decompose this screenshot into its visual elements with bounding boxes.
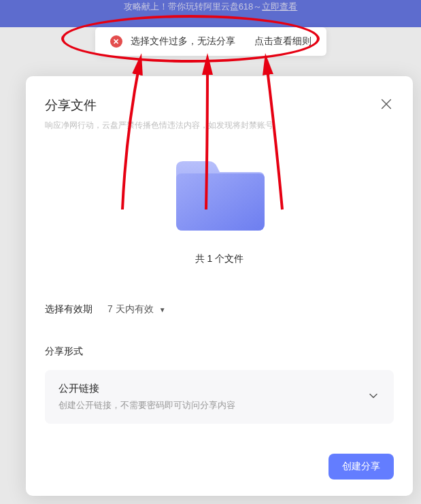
share-dialog: 分享文件 响应净网行动，云盘严禁传播色情违法内容，如发现将封禁账号 [26,76,413,496]
validity-label: 选择有效期 [45,303,92,316]
dialog-header: 分享文件 [45,97,394,114]
caret-down-icon: ▼ [159,306,166,314]
dialog-title: 分享文件 [45,97,97,114]
dialog-subtitle: 响应净网行动，云盘严禁传播色情违法内容，如发现将封禁账号 [45,120,394,131]
validity-dropdown[interactable]: 7 天内有效 ▼ [107,303,166,316]
folder-icon [172,156,267,234]
dialog-footer: 创建分享 [45,454,394,480]
validity-value: 7 天内有效 [107,303,154,316]
toast-message: 选择文件过多，无法分享 [131,35,235,48]
share-mode-title: 公开链接 [58,382,235,395]
chevron-down-icon [367,389,380,405]
promo-link[interactable]: 立即查看 [262,1,297,12]
share-mode-desc: 创建公开链接，不需要密码即可访问分享内容 [58,399,235,411]
share-mode-selector[interactable]: 公开链接 创建公开链接，不需要密码即可访问分享内容 [45,370,394,424]
promo-banner: 攻略献上！带你玩转阿里云盘618～立即查看 [0,0,421,14]
file-preview: 共 1 个文件 [45,156,394,265]
error-toast: ✕ 选择文件过多，无法分享 点击查看细则 [95,27,326,56]
validity-row: 选择有效期 7 天内有效 ▼ [45,303,394,316]
promo-text: 攻略献上！带你玩转阿里云盘618～ [124,1,263,12]
error-icon: ✕ [110,35,122,48]
close-icon[interactable] [379,97,394,112]
file-count-text: 共 1 个文件 [195,253,244,265]
create-share-button[interactable]: 创建分享 [329,454,394,480]
share-mode-label: 分享形式 [45,346,394,358]
toast-action-link[interactable]: 点击查看细则 [254,35,311,48]
header-strip [0,14,421,27]
